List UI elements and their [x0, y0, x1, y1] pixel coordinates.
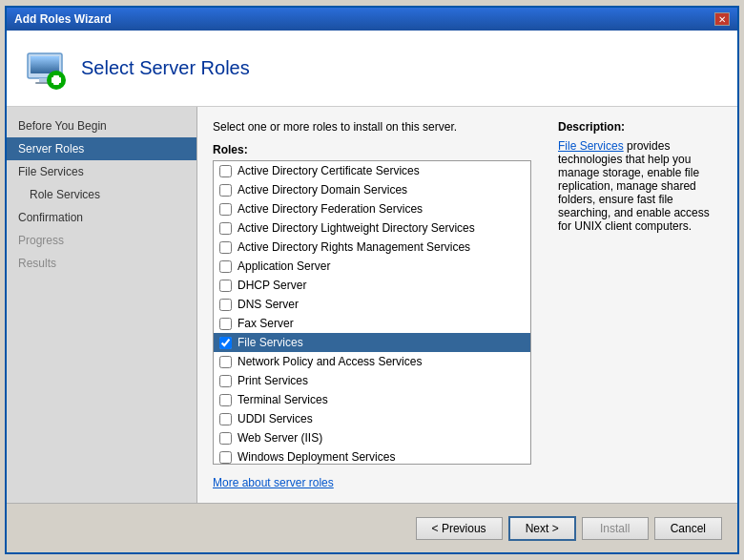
role-label-ad-domain: Active Directory Domain Services: [238, 183, 407, 197]
role-checkbox-ad-rights[interactable]: [219, 241, 232, 254]
role-checkbox-fax[interactable]: [219, 318, 232, 330]
main-window: Add Roles Wizard ✕: [5, 6, 739, 554]
role-item-ad-lightweight[interactable]: Active Directory Lightweight Directory S…: [214, 218, 530, 238]
role-item-ad-rights[interactable]: Active Directory Rights Management Servi…: [214, 238, 530, 257]
role-item-terminal[interactable]: Terminal Services: [214, 390, 530, 409]
previous-button[interactable]: < Previous: [416, 517, 503, 540]
sidebar-item-server-roles[interactable]: Server Roles: [7, 137, 196, 160]
sidebar-item-confirmation[interactable]: Confirmation: [7, 206, 196, 229]
role-checkbox-windows-deploy[interactable]: [219, 451, 232, 464]
role-item-uddi[interactable]: UDDI Services: [214, 409, 530, 428]
role-item-network-policy[interactable]: Network Policy and Access Services: [214, 352, 530, 371]
description-text: File Services provides technologies that…: [558, 139, 726, 233]
sidebar-item-file-services[interactable]: File Services: [7, 160, 196, 183]
role-item-ad-domain[interactable]: Active Directory Domain Services: [214, 180, 530, 199]
role-label-ad-rights: Active Directory Rights Management Servi…: [238, 240, 470, 254]
role-item-app-server[interactable]: Application Server: [214, 257, 530, 276]
role-checkbox-print[interactable]: [219, 375, 232, 387]
description-body: provides technologies that help you mana…: [558, 139, 710, 233]
instruction-text: Select one or more roles to install on t…: [213, 120, 531, 134]
role-label-dns: DNS Server: [238, 298, 299, 311]
roles-list[interactable]: Active Directory Certificate ServicesAct…: [213, 160, 531, 465]
role-item-dhcp[interactable]: DHCP Server: [214, 276, 530, 295]
role-checkbox-ad-lightweight[interactable]: [219, 222, 232, 235]
description-link[interactable]: File Services: [558, 139, 624, 153]
role-checkbox-dhcp[interactable]: [219, 280, 232, 292]
role-checkbox-app-server[interactable]: [219, 260, 232, 273]
next-button[interactable]: Next >: [508, 516, 576, 541]
title-bar: Add Roles Wizard ✕: [7, 8, 737, 31]
svg-rect-7: [52, 77, 61, 83]
role-label-print: Print Services: [238, 374, 308, 387]
close-button[interactable]: ✕: [714, 12, 730, 26]
sidebar-item-before-you-begin[interactable]: Before You Begin: [7, 114, 196, 137]
role-item-dns[interactable]: DNS Server: [214, 295, 530, 314]
role-label-uddi: UDDI Services: [238, 412, 313, 425]
role-checkbox-ad-cert[interactable]: [219, 165, 232, 177]
role-checkbox-network-policy[interactable]: [219, 356, 232, 368]
sidebar-item-role-services[interactable]: Role Services: [7, 183, 196, 206]
role-checkbox-web-server[interactable]: [219, 432, 232, 445]
role-item-web-server[interactable]: Web Server (IIS): [214, 428, 530, 447]
role-label-file-services: File Services: [238, 336, 303, 349]
role-item-ad-fed[interactable]: Active Directory Federation Services: [214, 199, 530, 218]
header-section: Select Server Roles: [7, 31, 737, 107]
role-item-fax[interactable]: Fax Server: [214, 314, 530, 333]
role-label-ad-cert: Active Directory Certificate Services: [238, 164, 420, 177]
role-label-terminal: Terminal Services: [238, 393, 328, 406]
content-area: Before You BeginServer RolesFile Service…: [7, 107, 737, 503]
sidebar-item-progress: Progress: [7, 229, 196, 252]
description-panel: Description: File Services provides tech…: [547, 107, 737, 503]
role-label-fax: Fax Server: [238, 317, 294, 330]
role-label-network-policy: Network Policy and Access Services: [238, 355, 422, 368]
wizard-icon: [22, 46, 68, 92]
window-title: Add Roles Wizard: [14, 12, 112, 26]
footer: < Previous Next > Install Cancel: [7, 503, 737, 552]
role-item-file-services[interactable]: File Services: [214, 333, 530, 352]
role-checkbox-file-services[interactable]: [219, 337, 232, 349]
roles-label: Roles:: [213, 143, 531, 156]
role-label-dhcp: DHCP Server: [238, 279, 306, 292]
role-checkbox-ad-domain[interactable]: [219, 184, 232, 197]
role-item-windows-deploy[interactable]: Windows Deployment Services: [214, 447, 530, 465]
role-label-ad-fed: Active Directory Federation Services: [238, 202, 423, 216]
role-label-ad-lightweight: Active Directory Lightweight Directory S…: [238, 221, 475, 235]
role-item-print[interactable]: Print Services: [214, 371, 530, 390]
sidebar: Before You BeginServer RolesFile Service…: [7, 107, 197, 503]
role-label-web-server: Web Server (IIS): [238, 431, 322, 445]
main-panel: Select one or more roles to install on t…: [197, 107, 547, 503]
role-label-app-server: Application Server: [238, 259, 330, 273]
sidebar-item-results: Results: [7, 252, 196, 275]
role-checkbox-dns[interactable]: [219, 299, 232, 311]
page-title: Select Server Roles: [81, 57, 250, 79]
role-checkbox-uddi[interactable]: [219, 413, 232, 425]
role-item-ad-cert[interactable]: Active Directory Certificate Services: [214, 161, 530, 180]
install-button[interactable]: Install: [582, 517, 649, 540]
role-checkbox-ad-fed[interactable]: [219, 203, 232, 216]
more-link[interactable]: More about server roles: [213, 476, 531, 489]
description-label: Description:: [558, 120, 726, 134]
role-checkbox-terminal[interactable]: [219, 394, 232, 406]
role-label-windows-deploy: Windows Deployment Services: [238, 450, 395, 464]
cancel-button[interactable]: Cancel: [654, 517, 722, 540]
